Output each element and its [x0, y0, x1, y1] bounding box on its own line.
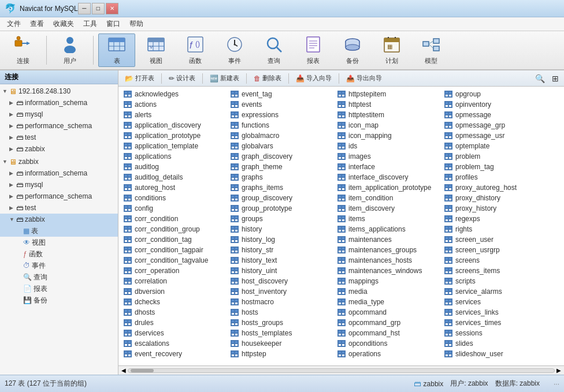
- table-row[interactable]: corr_operation: [121, 266, 228, 276]
- table-row[interactable]: interface: [335, 162, 441, 172]
- table-row[interactable]: history_uint: [228, 266, 335, 276]
- tree-db-test-2[interactable]: ▶ 🗃 test: [0, 202, 118, 214]
- table-row[interactable]: conditions: [121, 193, 228, 203]
- table-row[interactable]: slides: [441, 338, 548, 349]
- table-row[interactable]: media: [335, 286, 441, 297]
- table-row[interactable]: host_discovery: [228, 276, 335, 286]
- table-row[interactable]: autoreg_host: [121, 182, 228, 193]
- tree-db-info-schema-1[interactable]: ▶ 🗃 information_schema: [0, 97, 118, 109]
- expand-arrow-zabbix1[interactable]: ▶: [9, 146, 16, 152]
- expand-arrow-mysql1[interactable]: ▶: [9, 111, 16, 117]
- table-row[interactable]: auditlog: [121, 162, 228, 172]
- table-row[interactable]: corr_condition_group: [121, 224, 228, 234]
- tree-db-perf-1[interactable]: ▶ 🗃 performance_schema: [0, 120, 118, 132]
- table-row[interactable]: slideshow_user: [441, 349, 548, 359]
- table-row[interactable]: group_discovery: [228, 193, 335, 203]
- tree-db-mysql-2[interactable]: ▶ 🗃 mysql: [0, 179, 118, 191]
- table-row[interactable]: items: [335, 214, 441, 224]
- table-row[interactable]: screen_user: [441, 234, 548, 245]
- table-row[interactable]: dhosts: [121, 307, 228, 318]
- table-row[interactable]: item_application_prototype: [335, 182, 441, 193]
- toolbar-model[interactable]: 模型: [413, 33, 450, 67]
- menu-help[interactable]: 帮助: [125, 18, 148, 30]
- table-row[interactable]: mappings: [335, 276, 441, 286]
- table-row[interactable]: problem: [441, 151, 548, 162]
- table-row[interactable]: application_prototype: [121, 130, 228, 141]
- table-row[interactable]: maintenances_hosts: [335, 255, 441, 266]
- table-row[interactable]: hosts_groups: [228, 318, 335, 328]
- tree-item-server2[interactable]: ▼ 🖥 zabbix: [0, 156, 118, 167]
- table-row[interactable]: hostmacro: [228, 297, 335, 307]
- expand-arrow-db1[interactable]: ▶: [9, 100, 16, 106]
- table-row[interactable]: opmessage_usr: [441, 130, 548, 141]
- table-row[interactable]: item_discovery: [335, 203, 441, 214]
- table-row[interactable]: services_links: [441, 307, 548, 318]
- table-row[interactable]: services_times: [441, 318, 548, 328]
- table-row[interactable]: proxy_history: [441, 203, 548, 214]
- table-row[interactable]: functions: [228, 120, 335, 130]
- table-row[interactable]: problem_tag: [441, 162, 548, 172]
- tree-tables[interactable]: ▦ 表: [0, 225, 118, 237]
- table-row[interactable]: maintenances_windows: [335, 266, 441, 276]
- expand-arrow-server1[interactable]: ▼: [2, 88, 9, 94]
- table-row[interactable]: httptest: [335, 99, 441, 110]
- scroll-right-btn[interactable]: ▶: [555, 367, 563, 374]
- tree-functions[interactable]: ƒ 函数: [0, 248, 118, 260]
- table-row[interactable]: graph_theme: [228, 162, 335, 172]
- menu-file[interactable]: 文件: [2, 18, 25, 30]
- table-row[interactable]: items_applications: [335, 224, 441, 234]
- table-row[interactable]: maintenances: [335, 234, 441, 245]
- table-row[interactable]: dbversion: [121, 286, 228, 297]
- table-row[interactable]: httpstepitem: [335, 89, 441, 99]
- table-row[interactable]: screens: [441, 255, 548, 266]
- table-row[interactable]: application_template: [121, 141, 228, 151]
- toolbar-function[interactable]: f () 函数: [177, 33, 214, 67]
- horizontal-scrollbar[interactable]: ◀ ▶: [118, 365, 564, 375]
- table-row[interactable]: proxy_autoreg_host: [441, 182, 548, 193]
- toolbar-backup[interactable]: 备份: [334, 33, 371, 67]
- table-row[interactable]: maintenances_groups: [335, 245, 441, 255]
- table-row[interactable]: history_text: [228, 255, 335, 266]
- table-row[interactable]: images: [335, 151, 441, 162]
- table-row[interactable]: dchecks: [121, 297, 228, 307]
- table-row[interactable]: services: [441, 297, 548, 307]
- menu-favorites[interactable]: 收藏夹: [49, 18, 79, 30]
- table-row[interactable]: graph_discovery: [228, 151, 335, 162]
- table-row[interactable]: opcommand_hst: [335, 328, 441, 338]
- table-row[interactable]: config: [121, 203, 228, 214]
- table-row[interactable]: corr_condition_tag: [121, 234, 228, 245]
- export-wizard-btn[interactable]: 📤 导出向导: [342, 72, 386, 85]
- table-row[interactable]: service_alarms: [441, 286, 548, 297]
- expand-arrow-perf2[interactable]: ▶: [9, 193, 16, 199]
- table-row[interactable]: corr_condition_tagpair: [121, 245, 228, 255]
- table-row[interactable]: regexps: [441, 214, 548, 224]
- scroll-thumb[interactable]: [131, 369, 154, 372]
- tree-db-perf-2[interactable]: ▶ 🗃 performance_schema: [0, 191, 118, 202]
- toolbar-event[interactable]: 事件: [216, 33, 253, 67]
- table-row[interactable]: opmessage: [441, 110, 548, 120]
- table-row[interactable]: history: [228, 224, 335, 234]
- table-row[interactable]: corr_condition_tagvalue: [121, 255, 228, 266]
- minimize-button[interactable]: ─: [78, 3, 91, 14]
- table-row[interactable]: media_type: [335, 297, 441, 307]
- table-row[interactable]: actions: [121, 99, 228, 110]
- table-row[interactable]: applications: [121, 151, 228, 162]
- table-row[interactable]: operations: [335, 349, 441, 359]
- expand-arrow-server2[interactable]: ▼: [2, 159, 9, 165]
- table-row[interactable]: corr_condition: [121, 214, 228, 224]
- tree-db-mysql-1[interactable]: ▶ 🗃 mysql: [0, 109, 118, 120]
- toolbar-plan[interactable]: ▦ 计划: [373, 33, 410, 67]
- tree-item-server1[interactable]: ▼ 🖥 192.168.248.130: [0, 85, 118, 97]
- delete-table-btn[interactable]: 🗑 删除表: [250, 72, 285, 85]
- table-row[interactable]: globalvars: [228, 141, 335, 151]
- table-row[interactable]: auditlog_details: [121, 172, 228, 182]
- table-row[interactable]: scripts: [441, 276, 548, 286]
- tree-db-zabbix-2[interactable]: ▼ 🗃 zabbix: [0, 214, 118, 225]
- tree-db-zabbix-1[interactable]: ▶ 🗃 zabbix: [0, 143, 118, 155]
- table-row[interactable]: host_inventory: [228, 286, 335, 297]
- table-row[interactable]: graphs_items: [228, 182, 335, 193]
- toolbar-connect[interactable]: 连接: [5, 33, 42, 67]
- scroll-left-btn[interactable]: ◀: [120, 367, 128, 374]
- table-row[interactable]: opcommand_grp: [335, 318, 441, 328]
- table-row[interactable]: correlation: [121, 276, 228, 286]
